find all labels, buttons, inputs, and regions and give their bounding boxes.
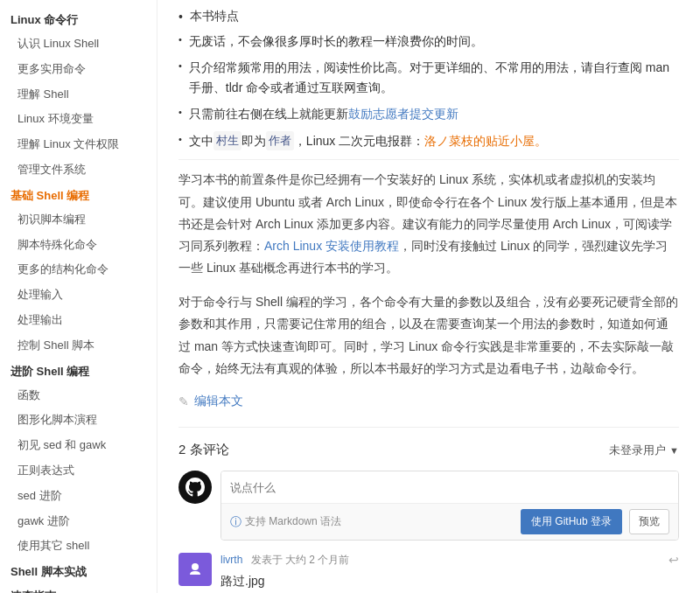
login-status-text: 未登录用户 [609, 443, 666, 458]
comment-item-1: livrth 发表于 大约 2 个月前 路过.jpg ↩ [178, 553, 679, 590]
paragraph-1: 学习本书的前置条件是你已经拥有一个安装好的 Linux 系统，实体机或者虚拟机的… [178, 169, 679, 279]
edit-icon: ✎ [178, 394, 189, 408]
sidebar-item-handle-output[interactable]: 处理输出 [0, 308, 157, 333]
comments-section: 2 条评论 未登录用户 ▼ ⓘ 支持 Markdown 语法 [178, 427, 679, 593]
btn-preview[interactable]: 预览 [629, 509, 669, 534]
sidebar-item-control-shell[interactable]: 控制 Shell 脚本 [0, 333, 157, 359]
sidebar-item-sed-gawk[interactable]: 初见 sed 和 gawk [0, 433, 157, 458]
sidebar-section-linux-cmd: Linux 命令行 认识 Linux Shell 更多实用命令 理解 Shell… [0, 7, 157, 183]
sidebar-section-title-basic-shell: 基础 Shell 编程 [0, 183, 157, 207]
feature-item-2: 只介绍常频常用的用法，阅读性价比高。对于更详细的、不常用的用法，请自行查阅 ma… [178, 58, 679, 97]
comment-meta-1: livrth 发表于 大约 2 个月前 [220, 553, 660, 568]
sidebar-item-env-vars[interactable]: Linux 环境变量 [0, 107, 157, 132]
sidebar-item-sed-advanced[interactable]: sed 进阶 [0, 484, 157, 509]
sidebar-item-init-script[interactable]: 初识脚本编程 [0, 207, 157, 233]
comment-footer: ⓘ 支持 Markdown 语法 使用 GitHub 登录 预览 [221, 503, 678, 540]
sidebar-item-more-cmds[interactable]: 更多实用命令 [0, 57, 157, 82]
login-status-dropdown[interactable]: 未登录用户 ▼ [609, 443, 679, 458]
link-arch[interactable]: Arch Linux 安装使用教程 [264, 239, 399, 253]
comment-username-1: livrth [220, 554, 242, 566]
sidebar-item-understand-shell[interactable]: 理解 Shell [0, 82, 157, 108]
edit-link[interactable]: 编辑本文 [194, 394, 243, 409]
feature-section: 本书特点 无废话，不会像很多厚时长的教程一样浪费你的时间。 只介绍常频常用的用法… [178, 9, 679, 150]
comment-btn-group: 使用 GitHub 登录 预览 [521, 509, 669, 534]
svg-point-0 [192, 563, 199, 570]
sidebar-item-manage-fs[interactable]: 管理文件系统 [0, 157, 157, 183]
markdown-tip: ⓘ 支持 Markdown 语法 [230, 514, 341, 530]
sidebar-section-title-shell-practice: Shell 脚本实战 [0, 559, 157, 583]
sidebar-item-file-perms[interactable]: 理解 Linux 文件权限 [0, 132, 157, 157]
comment-input-area: ⓘ 支持 Markdown 语法 使用 GitHub 登录 预览 [178, 471, 679, 541]
sidebar-item-functions[interactable]: 函数 [0, 383, 157, 408]
comment-input[interactable] [221, 471, 678, 503]
feature-item-3: 只需前往右侧在线上就能更新 鼓励志愿者提交更新 [178, 104, 679, 123]
sidebar-item-struct-cmds[interactable]: 更多的结构化命令 [0, 257, 157, 283]
comment-action-1: 发表于 [251, 554, 283, 566]
sidebar-item-graphic-scripts[interactable]: 图形化脚本演程 [0, 408, 157, 433]
feature-item-4: 文中 村生 即为 作者 ，Linux 二次元电报群： 洛ノ菜枝的贴近小屋。 [178, 131, 679, 151]
sidebar-item-handle-input[interactable]: 处理输入 [0, 283, 157, 308]
sidebar-item-special-cmds[interactable]: 脚本特殊化命令 [0, 233, 157, 258]
sidebar-item-other-shells[interactable]: 使用其它 shell [0, 534, 157, 559]
reply-icon-1[interactable]: ↩ [668, 553, 679, 567]
sidebar-section-quick-ref: 速查指南 [0, 583, 157, 593]
avatar-livrth [178, 553, 212, 586]
sidebar-item-regex[interactable]: 正则表达式 [0, 458, 157, 484]
info-icon: ⓘ [230, 514, 242, 530]
main-content: 本书特点 无废话，不会像很多厚时长的教程一样浪费你的时间。 只介绍常频常用的用法… [158, 0, 700, 593]
chevron-down-icon: ▼ [669, 445, 679, 456]
author-name: 村生 [214, 131, 242, 151]
sidebar: Linux 命令行 认识 Linux Shell 更多实用命令 理解 Shell… [0, 0, 158, 593]
divider-1 [178, 159, 679, 160]
sidebar-section-advanced-shell: 进阶 Shell 编程 函数 图形化脚本演程 初见 sed 和 gawk 正则表… [0, 359, 157, 560]
feature-title: 本书特点 [190, 9, 239, 24]
sidebar-section-title-advanced-shell: 进阶 Shell 编程 [0, 359, 157, 383]
feature-item-1: 无废话，不会像很多厚时长的教程一样浪费你的时间。 [178, 31, 679, 51]
link-volunteer[interactable]: 鼓励志愿者提交更新 [348, 104, 458, 123]
comment-text-1: 路过.jpg [220, 571, 660, 590]
sidebar-section-title-quick-ref: 速查指南 [0, 583, 157, 593]
link-group[interactable]: 洛ノ菜枝的贴近小屋。 [424, 131, 547, 150]
edit-link-area: ✎ 编辑本文 [178, 394, 679, 409]
sidebar-section-title-linux-cmd: Linux 命令行 [0, 7, 157, 31]
comment-box: ⓘ 支持 Markdown 语法 使用 GitHub 登录 预览 [220, 471, 679, 541]
sidebar-item-recognize-shell[interactable]: 认识 Linux Shell [0, 31, 157, 57]
btn-github-login[interactable]: 使用 GitHub 登录 [521, 509, 622, 534]
comment-body-1: livrth 发表于 大约 2 个月前 路过.jpg [220, 553, 660, 590]
sidebar-section-shell-practice: Shell 脚本实战 [0, 559, 157, 583]
comments-header: 2 条评论 未登录用户 ▼ [178, 442, 679, 458]
github-avatar [178, 471, 212, 504]
paragraph-2: 对于命令行与 Shell 编程的学习，各个命令有大量的参数以及组合，没有必要死记… [178, 291, 679, 380]
author-role: 作者 [266, 131, 294, 151]
comment-time-1: 大约 2 个月前 [285, 554, 349, 566]
sidebar-section-basic-shell: 基础 Shell 编程 初识脚本编程 脚本特殊化命令 更多的结构化命令 处理输入… [0, 183, 157, 359]
comments-count: 2 条评论 [178, 442, 229, 458]
sidebar-item-gawk-advanced[interactable]: gawk 进阶 [0, 509, 157, 534]
